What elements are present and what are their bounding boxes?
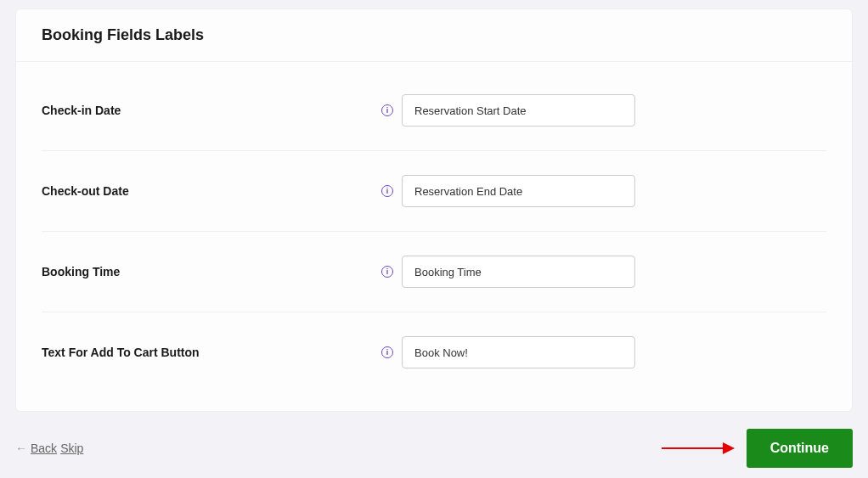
skip-link[interactable]: Skip: [60, 441, 83, 455]
field-control: i: [381, 336, 635, 368]
addtocart-label: Text For Add To Cart Button: [42, 346, 381, 359]
arrow-annotation-icon: [662, 442, 735, 454]
info-icon[interactable]: i: [381, 346, 393, 358]
info-icon[interactable]: i: [381, 266, 393, 278]
field-row-time: Booking Time i: [42, 232, 826, 312]
checkin-label: Check-in Date: [42, 104, 381, 117]
field-row-addtocart: Text For Add To Cart Button i: [42, 312, 826, 377]
checkin-input[interactable]: [402, 94, 635, 127]
info-icon[interactable]: i: [381, 104, 393, 116]
page-title: Booking Fields Labels: [42, 26, 826, 44]
card-body: Check-in Date i Check-out Date i Booking…: [16, 62, 852, 411]
time-input[interactable]: [402, 256, 635, 288]
time-label: Booking Time: [42, 265, 381, 278]
footer-left: ← Back Skip: [15, 441, 83, 455]
field-row-checkout: Check-out Date i: [42, 151, 826, 232]
settings-card: Booking Fields Labels Check-in Date i Ch…: [15, 8, 853, 412]
continue-button[interactable]: Continue: [747, 429, 853, 468]
card-header: Booking Fields Labels: [16, 9, 852, 62]
checkout-input[interactable]: [402, 175, 635, 207]
footer: ← Back Skip Continue: [0, 429, 868, 468]
field-control: i: [381, 94, 635, 127]
field-row-checkin: Check-in Date i: [42, 70, 826, 151]
back-link[interactable]: Back: [31, 441, 57, 455]
footer-right: Continue: [662, 429, 853, 468]
addtocart-input[interactable]: [402, 336, 635, 368]
field-control: i: [381, 256, 635, 288]
field-control: i: [381, 175, 635, 207]
info-icon[interactable]: i: [381, 185, 393, 197]
arrow-left-icon: ←: [15, 441, 27, 455]
checkout-label: Check-out Date: [42, 184, 381, 198]
